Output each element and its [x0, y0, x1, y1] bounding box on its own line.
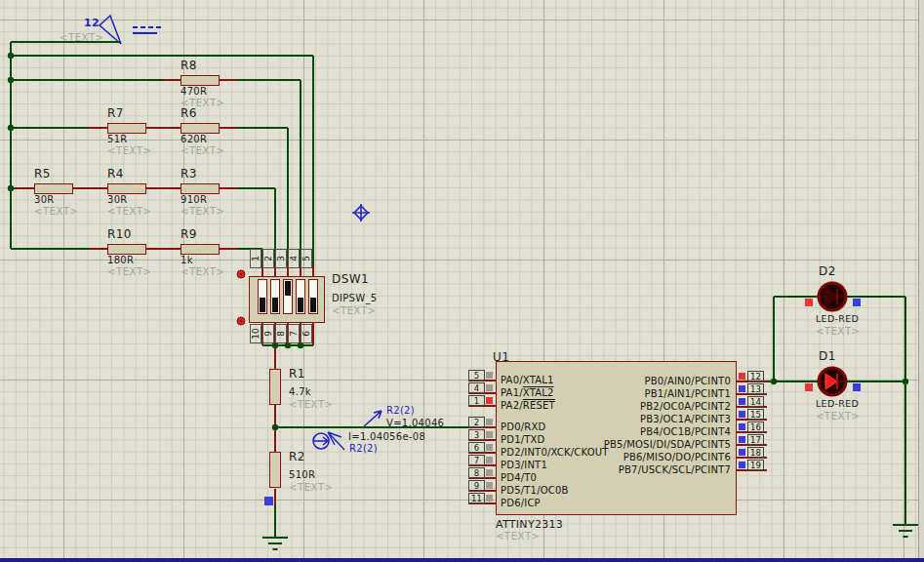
mcu-pin-label: PD0/RXD — [501, 422, 545, 433]
mcu-pin-label: PB0/AIN0/PCINT0 — [546, 376, 731, 387]
resistor-text-placeholder: <TEXT> — [107, 145, 152, 156]
pin-state-square — [853, 299, 861, 306]
dip-pin-number: 10 — [250, 324, 261, 343]
mcu-pin-number: 13 — [747, 383, 764, 394]
resistor-body[interactable] — [181, 244, 220, 255]
mcu-pin-number: 19 — [747, 460, 764, 470]
resistor-ref-label: R9 — [181, 227, 197, 241]
led-ref-label: D1 — [819, 349, 836, 363]
mcu-pin-number: 7 — [468, 455, 485, 465]
current-probe-reading: I=1.04056e-08 — [348, 431, 425, 442]
mcu-pin-label: PB5/MOSI/DI/SDA/PCINT5 — [546, 439, 731, 451]
pin-state-square — [486, 372, 493, 379]
resistor-ref-label: R1 — [289, 367, 305, 381]
dip-switch-handle[interactable] — [285, 281, 291, 296]
mcu-pin-label: PB6/MISO/DO/PCINT6 — [546, 452, 731, 463]
pin-state-square — [739, 411, 745, 418]
resistor-text-placeholder: <TEXT> — [181, 266, 225, 277]
mcu-pin-number: 1 — [468, 395, 485, 406]
dip-ref-label: DSW1 — [332, 272, 369, 286]
mcu-pin-label: PD1/TXD — [501, 434, 545, 446]
resistor-text-placeholder: <TEXT> — [181, 206, 225, 217]
mcu-pin-label: PB7/USCK/SCL/PCINT7 — [546, 464, 731, 476]
mcu-pin-label: PD6/ICP — [501, 498, 541, 509]
resistor-value-label: 30R — [107, 194, 128, 205]
mcu-pin-number: 6 — [468, 442, 485, 453]
dip-pin-number: 3 — [275, 249, 287, 268]
mcu-part-label: ATTINY2313 — [496, 518, 563, 531]
pin-state-square — [739, 436, 745, 443]
resistor-ref-label: R10 — [107, 227, 132, 241]
dip-switch-handle[interactable] — [260, 298, 265, 312]
pin-state-square — [486, 444, 493, 451]
resistor-value-label: 180R — [107, 255, 134, 265]
pin-state-square — [805, 299, 813, 306]
mcu-pin-number: 5 — [468, 370, 485, 381]
pin-state-square — [739, 373, 745, 380]
led-model-label: LED-RED — [816, 398, 859, 409]
pin-state-square — [486, 419, 493, 425]
resistor-value-label: 4.7k — [289, 386, 311, 397]
resistor-body[interactable] — [269, 452, 281, 488]
resistor-ref-label: R6 — [181, 106, 197, 120]
resistor-body[interactable] — [107, 123, 146, 134]
resistor-ref-label: R2 — [289, 450, 305, 463]
dip-switch-handle[interactable] — [272, 298, 278, 312]
pin-state-square — [739, 385, 745, 392]
resistor-text-placeholder: <TEXT> — [181, 145, 225, 156]
mcu-pin-number: 16 — [747, 422, 764, 432]
mcu-pin-number: 8 — [468, 467, 485, 478]
led-text-placeholder: <TEXT> — [816, 411, 861, 422]
pin-state-square — [739, 398, 745, 405]
pin-state-square — [486, 457, 493, 463]
resistor-value-label: 910R — [181, 194, 207, 205]
resistor-value-label: 620R — [181, 134, 207, 144]
resistor-value-label: 510R — [289, 469, 315, 480]
dip-pin-number: 8 — [275, 324, 287, 343]
mcu-pin-label: PD5/T1/OC0B — [501, 485, 569, 497]
dip-pin-number: 6 — [301, 324, 312, 343]
resistor-body[interactable] — [181, 183, 220, 194]
mcu-pin-label: PB4/OC1B/PCINT4 — [546, 426, 731, 438]
pin-state-square — [486, 482, 493, 489]
resistor-body[interactable] — [107, 244, 146, 255]
dip-pin-number: 9 — [262, 324, 274, 343]
resistor-text-placeholder: <TEXT> — [107, 206, 152, 217]
resistor-body[interactable] — [181, 123, 220, 134]
mcu-pin-number: 4 — [468, 382, 485, 393]
schematic-canvas[interactable]: 12 <TEXT> DSW1 DIPSW_5 <TEXT> ON OFF U1 … — [0, 0, 924, 562]
mcu-pin-label: PB1/AIN1/PCINT1 — [546, 388, 731, 400]
pin-state-square — [486, 495, 493, 502]
dip-pin-number: 4 — [288, 249, 300, 268]
pin-state-square — [486, 431, 493, 438]
pin-state-square — [486, 384, 493, 391]
mcu-pin-number: 15 — [747, 409, 764, 420]
net-marker-square — [264, 497, 273, 505]
resistor-ref-label: R8 — [181, 59, 197, 72]
dip-switch-handle[interactable] — [310, 298, 316, 312]
generator-label[interactable]: 12 — [84, 17, 100, 29]
mcu-pin-number: 2 — [468, 417, 485, 427]
resistor-body[interactable] — [107, 183, 146, 194]
resistor-body[interactable] — [181, 75, 220, 86]
dip-pin-number: 1 — [250, 249, 261, 268]
resistor-body[interactable] — [269, 369, 281, 405]
dip-switch-handle[interactable] — [298, 298, 303, 312]
generator-text-placeholder: <TEXT> — [60, 32, 104, 43]
components-layer: 12 <TEXT> DSW1 DIPSW_5 <TEXT> ON OFF U1 … — [0, 0, 924, 562]
resistor-value-label: 51R — [107, 134, 128, 144]
resistor-ref-label: R5 — [34, 167, 51, 181]
voltage-probe-name: R2(2) — [386, 405, 415, 416]
resistor-ref-label: R7 — [107, 106, 124, 120]
pin-state-square — [739, 449, 745, 456]
pin-state-square — [853, 383, 861, 391]
mcu-pin-label: PB2/OC0A/PCINT2 — [546, 401, 731, 413]
mcu-pin-number: 12 — [747, 371, 764, 381]
resistor-body[interactable] — [34, 183, 73, 194]
led-model-label: LED-RED — [816, 313, 859, 324]
current-probe-name: R2(2) — [349, 443, 378, 454]
led-ref-label: D2 — [819, 264, 836, 278]
pin-state-square — [739, 462, 745, 468]
resistor-ref-label: R4 — [107, 167, 124, 181]
mcu-pin-number: 14 — [747, 396, 764, 407]
